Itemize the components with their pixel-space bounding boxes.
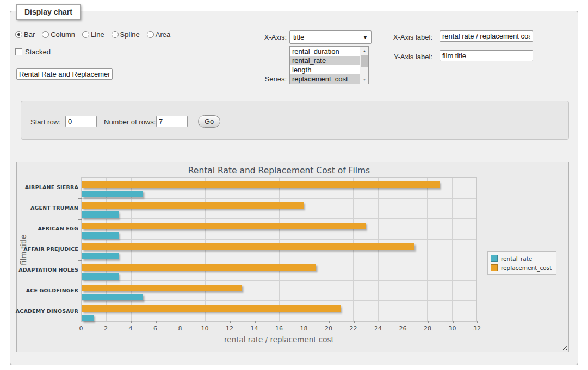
bar-replacement_cost-ace-goldfinger	[82, 285, 242, 291]
bar-replacement_cost-adaptation-holes	[82, 264, 316, 271]
x-axis-tick	[305, 321, 305, 323]
category-label: ADAPTATION HOLES	[13, 267, 78, 273]
scrollbar-thumb[interactable]	[361, 55, 368, 67]
go-button[interactable]: Go	[198, 115, 220, 128]
legend-item-rental_rate: rental_rate	[491, 254, 552, 263]
fieldset-legend: Display chart	[16, 4, 81, 20]
series-option-replacement_cost[interactable]: replacement_cost	[290, 74, 360, 84]
bar-replacement_cost-african-egg	[82, 223, 366, 229]
scroll-up-icon[interactable]: ▲	[360, 47, 369, 55]
y-axis-tick	[78, 198, 82, 199]
category-label: ACADEMY DINOSAUR	[13, 308, 78, 314]
y-axis-tick	[78, 178, 82, 178]
series-option-rental_rate[interactable]: rental_rate	[290, 56, 360, 65]
chart-title: Rental Rate and Replacement Cost of Film…	[81, 166, 477, 175]
x-axis-tick-label: 0	[70, 325, 92, 332]
chart-type-radio-spline[interactable]: Spline	[112, 30, 140, 39]
bar-rental_rate-airplane-sierra	[82, 191, 143, 197]
x-axis-tick	[354, 321, 355, 323]
bar-rental_rate-ace-goldfinger	[82, 294, 143, 300]
x-axis-select[interactable]: title ▼	[289, 30, 372, 44]
x-axis-tick-label: 16	[268, 325, 290, 332]
stacked-checkbox[interactable]	[15, 48, 22, 55]
bar-rental_rate-academy-dinosaur	[82, 315, 94, 321]
x-axis-tick-label: 8	[169, 325, 191, 332]
radio-label: Line	[91, 30, 104, 39]
legend-swatch	[491, 255, 498, 262]
y-axis-label-caption: Y-Axis label:	[381, 53, 432, 61]
y-axis-tick	[78, 281, 82, 281]
legend-label: rental_rate	[501, 255, 532, 262]
series-listbox-label: Series:	[239, 75, 287, 83]
x-axis-tick-label: 12	[219, 325, 240, 332]
chart-container: Rental Rate and Replacement Cost of Film…	[16, 162, 569, 352]
radio-label: Bar	[24, 30, 35, 39]
chart-type-radio-bar[interactable]: Bar	[15, 30, 35, 39]
radio-label: Spline	[120, 30, 140, 39]
x-axis-tick	[206, 321, 206, 323]
chart-legend: rental_ratereplacement_cost	[487, 251, 556, 275]
chart-type-radio-area[interactable]: Area	[147, 30, 170, 39]
radio-label: Column	[51, 30, 75, 39]
series-listbox[interactable]: rental_durationrental_ratelengthreplacem…	[289, 46, 369, 84]
x-axis-tick-label: 28	[417, 325, 438, 332]
category-label: AIRPLANE SIERRA	[13, 184, 78, 190]
radio-icon[interactable]	[82, 31, 89, 38]
x-axis-tick-label: 32	[466, 325, 488, 332]
x-axis-tick	[404, 321, 404, 323]
x-axis-tick	[379, 321, 379, 323]
x-axis-tick	[181, 321, 181, 323]
radio-icon[interactable]	[15, 31, 22, 38]
chart-plot-area: AIRPLANE SIERRAAGENT TRUMANAFRICAN EGGAF…	[81, 177, 477, 322]
x-axis-tick	[280, 321, 280, 323]
category-label: AFRICAN EGG	[13, 225, 78, 231]
row-range-panel: Start row: Number of rows: Go	[21, 101, 569, 140]
x-axis-tick-label: 30	[442, 325, 463, 332]
category-label: ACE GOLDFINGER	[13, 287, 78, 293]
radio-icon[interactable]	[112, 31, 119, 38]
stacked-option: Stacked	[15, 48, 51, 56]
bar-rental_rate-affair-prejudice	[82, 253, 119, 259]
bar-replacement_cost-affair-prejudice	[82, 243, 414, 250]
chart-type-radio-line[interactable]: Line	[82, 30, 104, 39]
x-axis-tick-label: 6	[145, 325, 166, 332]
gridline-horizontal	[82, 260, 476, 260]
resize-handle-icon[interactable]	[561, 344, 567, 350]
number-of-rows-label: Number of rows:	[104, 118, 156, 126]
series-options: rental_durationrental_ratelengthreplacem…	[290, 47, 360, 84]
gridline-vertical	[452, 178, 453, 321]
start-row-input[interactable]	[65, 116, 97, 127]
x-axis-selected-value: title	[293, 33, 361, 41]
x-axis-tick	[230, 321, 231, 323]
scroll-down-icon[interactable]: ▼	[360, 76, 369, 84]
x-axis-tick	[131, 321, 132, 323]
x-axis-select-label: X-Axis:	[239, 33, 287, 41]
x-axis-tick	[453, 321, 454, 323]
radio-icon[interactable]	[42, 31, 49, 38]
x-axis-tick-label: 20	[318, 325, 339, 332]
listbox-scrollbar[interactable]: ▲ ▼	[360, 47, 368, 84]
chart-type-radio-column[interactable]: Column	[42, 30, 75, 39]
gridline-horizontal	[82, 280, 476, 281]
series-option-rental_duration[interactable]: rental_duration	[290, 47, 360, 56]
category-label: AFFAIR PREJUDICE	[13, 246, 78, 252]
x-axis-tick-label: 4	[120, 325, 141, 332]
legend-item-replacement_cost: replacement_cost	[491, 263, 552, 272]
radio-icon[interactable]	[147, 31, 154, 38]
chart-title-input[interactable]	[16, 68, 113, 80]
x-axis-tick	[477, 321, 478, 323]
page: Display chart BarColumnLineSplineArea St…	[0, 0, 588, 370]
y-axis-label-input[interactable]	[440, 50, 533, 61]
x-axis-tick	[82, 321, 82, 323]
number-of-rows-input[interactable]	[156, 116, 188, 127]
series-option-length[interactable]: length	[290, 65, 360, 74]
bar-replacement_cost-academy-dinosaur	[82, 305, 341, 312]
x-axis-tick-label: 22	[343, 325, 364, 332]
x-axis-label-input[interactable]	[440, 30, 533, 42]
gridline-horizontal	[82, 198, 476, 199]
bar-rental_rate-african-egg	[82, 232, 119, 239]
x-axis-tick	[107, 321, 107, 323]
legend-swatch	[491, 264, 498, 271]
x-axis-tick	[156, 321, 157, 323]
bar-rental_rate-agent-truman	[82, 211, 119, 218]
